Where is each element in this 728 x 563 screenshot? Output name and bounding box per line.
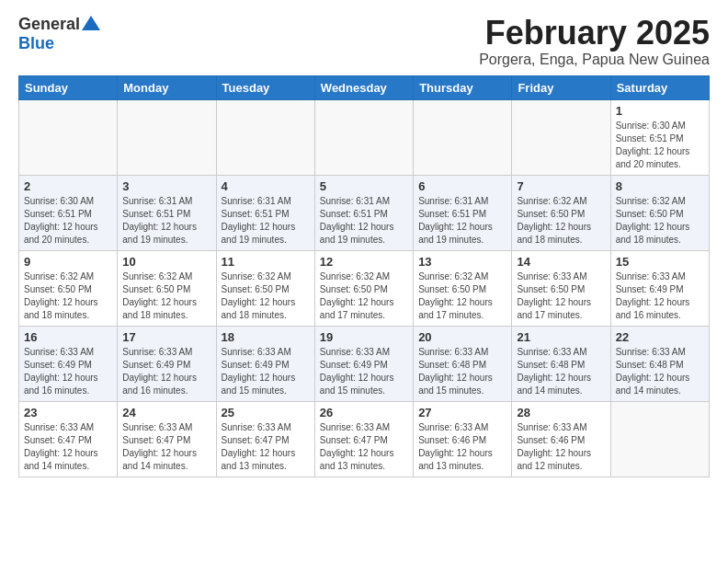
calendar-cell: 22Sunrise: 6:33 AMSunset: 6:48 PMDayligh… <box>610 326 709 401</box>
week-row-5: 23Sunrise: 6:33 AMSunset: 6:47 PMDayligh… <box>19 401 710 477</box>
day-number: 23 <box>24 406 112 419</box>
day-number: 6 <box>418 179 506 193</box>
day-number: 9 <box>24 255 112 269</box>
calendar-cell: 17Sunrise: 6:33 AMSunset: 6:49 PMDayligh… <box>118 326 216 401</box>
week-row-1: 1Sunrise: 6:30 AMSunset: 6:51 PMDaylight… <box>19 99 710 175</box>
calendar-cell <box>216 99 314 175</box>
day-number: 17 <box>122 330 210 344</box>
logo-general-text: General <box>18 15 80 34</box>
day-number: 3 <box>122 179 210 193</box>
day-number: 4 <box>222 179 310 193</box>
day-number: 15 <box>616 255 704 269</box>
calendar-cell: 19Sunrise: 6:33 AMSunset: 6:49 PMDayligh… <box>314 326 413 401</box>
calendar-cell: 21Sunrise: 6:33 AMSunset: 6:48 PMDayligh… <box>512 326 610 401</box>
logo-blue-text: Blue <box>18 34 54 53</box>
day-number: 10 <box>122 255 210 269</box>
calendar-cell: 3Sunrise: 6:31 AMSunset: 6:51 PMDaylight… <box>118 175 216 250</box>
calendar-cell: 5Sunrise: 6:31 AMSunset: 6:51 PMDaylight… <box>314 175 413 250</box>
header-row: SundayMondayTuesdayWednesdayThursdayFrid… <box>19 75 710 99</box>
day-number: 18 <box>222 330 310 344</box>
calendar-cell: 12Sunrise: 6:32 AMSunset: 6:50 PMDayligh… <box>314 250 413 326</box>
day-number: 24 <box>122 406 210 419</box>
day-number: 28 <box>517 406 605 419</box>
day-info: Sunrise: 6:32 AMSunset: 6:50 PMDaylight:… <box>24 270 112 322</box>
calendar-cell: 1Sunrise: 6:30 AMSunset: 6:51 PMDaylight… <box>610 99 709 175</box>
day-info: Sunrise: 6:33 AMSunset: 6:46 PMDaylight:… <box>517 421 605 473</box>
calendar-cell: 24Sunrise: 6:33 AMSunset: 6:47 PMDayligh… <box>118 401 216 477</box>
day-info: Sunrise: 6:33 AMSunset: 6:47 PMDaylight:… <box>122 421 210 473</box>
day-info: Sunrise: 6:33 AMSunset: 6:50 PMDaylight:… <box>517 270 605 322</box>
day-info: Sunrise: 6:33 AMSunset: 6:48 PMDaylight:… <box>517 346 605 397</box>
calendar-cell <box>118 99 216 175</box>
header: General Blue February 2025 Porgera, Enga… <box>18 15 710 68</box>
day-number: 7 <box>517 179 605 193</box>
day-info: Sunrise: 6:33 AMSunset: 6:47 PMDaylight:… <box>24 421 112 473</box>
calendar-cell: 6Sunrise: 6:31 AMSunset: 6:51 PMDaylight… <box>414 175 512 250</box>
day-info: Sunrise: 6:31 AMSunset: 6:51 PMDaylight:… <box>418 195 506 247</box>
day-number: 11 <box>222 255 310 269</box>
day-info: Sunrise: 6:31 AMSunset: 6:51 PMDaylight:… <box>122 195 210 247</box>
day-info: Sunrise: 6:32 AMSunset: 6:50 PMDaylight:… <box>517 195 605 247</box>
day-info: Sunrise: 6:32 AMSunset: 6:50 PMDaylight:… <box>122 270 210 322</box>
calendar-cell <box>19 99 118 175</box>
col-header-sunday: Sunday <box>19 75 118 99</box>
calendar-cell <box>314 99 413 175</box>
day-info: Sunrise: 6:32 AMSunset: 6:50 PMDaylight:… <box>418 270 506 322</box>
page: General Blue February 2025 Porgera, Enga… <box>0 0 728 487</box>
calendar-cell: 13Sunrise: 6:32 AMSunset: 6:50 PMDayligh… <box>414 250 512 326</box>
title-month: February 2025 <box>479 15 710 52</box>
calendar-cell: 8Sunrise: 6:32 AMSunset: 6:50 PMDaylight… <box>610 175 709 250</box>
day-number: 25 <box>222 406 310 419</box>
day-info: Sunrise: 6:31 AMSunset: 6:51 PMDaylight:… <box>320 195 408 247</box>
col-header-saturday: Saturday <box>610 75 709 99</box>
day-info: Sunrise: 6:32 AMSunset: 6:50 PMDaylight:… <box>320 270 408 322</box>
calendar-cell: 27Sunrise: 6:33 AMSunset: 6:46 PMDayligh… <box>414 401 512 477</box>
calendar-cell: 2Sunrise: 6:30 AMSunset: 6:51 PMDaylight… <box>19 175 118 250</box>
calendar-cell <box>512 99 610 175</box>
day-number: 22 <box>616 330 704 344</box>
calendar-cell: 7Sunrise: 6:32 AMSunset: 6:50 PMDaylight… <box>512 175 610 250</box>
day-info: Sunrise: 6:33 AMSunset: 6:47 PMDaylight:… <box>222 421 310 473</box>
day-info: Sunrise: 6:33 AMSunset: 6:48 PMDaylight:… <box>418 346 506 397</box>
day-info: Sunrise: 6:31 AMSunset: 6:51 PMDaylight:… <box>222 195 310 247</box>
col-header-wednesday: Wednesday <box>314 75 413 99</box>
day-info: Sunrise: 6:33 AMSunset: 6:49 PMDaylight:… <box>616 270 704 322</box>
calendar-cell: 18Sunrise: 6:33 AMSunset: 6:49 PMDayligh… <box>216 326 314 401</box>
calendar-cell <box>414 99 512 175</box>
col-header-thursday: Thursday <box>414 75 512 99</box>
logo: General Blue <box>18 15 100 53</box>
day-number: 1 <box>616 104 704 118</box>
day-number: 5 <box>320 179 408 193</box>
calendar-table: SundayMondayTuesdayWednesdayThursdayFrid… <box>18 75 710 477</box>
calendar-cell: 10Sunrise: 6:32 AMSunset: 6:50 PMDayligh… <box>118 250 216 326</box>
calendar-cell: 23Sunrise: 6:33 AMSunset: 6:47 PMDayligh… <box>19 401 118 477</box>
title-block: February 2025 Porgera, Enga, Papua New G… <box>479 15 710 68</box>
day-number: 14 <box>517 255 605 269</box>
week-row-2: 2Sunrise: 6:30 AMSunset: 6:51 PMDaylight… <box>19 175 710 250</box>
day-number: 20 <box>418 330 506 344</box>
calendar-cell: 20Sunrise: 6:33 AMSunset: 6:48 PMDayligh… <box>414 326 512 401</box>
day-info: Sunrise: 6:32 AMSunset: 6:50 PMDaylight:… <box>222 270 310 322</box>
week-row-3: 9Sunrise: 6:32 AMSunset: 6:50 PMDaylight… <box>19 250 710 326</box>
col-header-tuesday: Tuesday <box>216 75 314 99</box>
calendar-cell: 14Sunrise: 6:33 AMSunset: 6:50 PMDayligh… <box>512 250 610 326</box>
calendar-cell: 16Sunrise: 6:33 AMSunset: 6:49 PMDayligh… <box>19 326 118 401</box>
day-info: Sunrise: 6:32 AMSunset: 6:50 PMDaylight:… <box>616 195 704 247</box>
day-info: Sunrise: 6:33 AMSunset: 6:46 PMDaylight:… <box>418 421 506 473</box>
day-number: 16 <box>24 330 112 344</box>
calendar-cell: 26Sunrise: 6:33 AMSunset: 6:47 PMDayligh… <box>314 401 413 477</box>
logo-triangle-icon <box>82 16 100 30</box>
day-info: Sunrise: 6:33 AMSunset: 6:49 PMDaylight:… <box>222 346 310 397</box>
calendar-cell: 9Sunrise: 6:32 AMSunset: 6:50 PMDaylight… <box>19 250 118 326</box>
day-number: 19 <box>320 330 408 344</box>
day-info: Sunrise: 6:30 AMSunset: 6:51 PMDaylight:… <box>24 195 112 247</box>
day-number: 13 <box>418 255 506 269</box>
col-header-monday: Monday <box>118 75 216 99</box>
col-header-friday: Friday <box>512 75 610 99</box>
title-location: Porgera, Enga, Papua New Guinea <box>479 52 710 68</box>
day-number: 27 <box>418 406 506 419</box>
day-info: Sunrise: 6:30 AMSunset: 6:51 PMDaylight:… <box>616 120 704 171</box>
day-number: 26 <box>320 406 408 419</box>
day-info: Sunrise: 6:33 AMSunset: 6:49 PMDaylight:… <box>320 346 408 397</box>
day-number: 8 <box>616 179 704 193</box>
